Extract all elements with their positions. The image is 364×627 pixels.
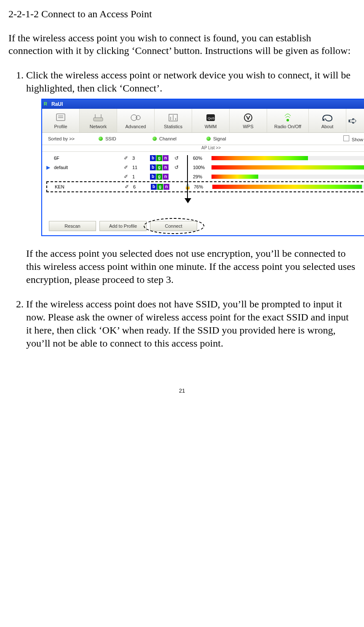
svg-point-16	[286, 119, 289, 121]
tab-about-label: About	[321, 124, 334, 129]
ap-row[interactable]: KEN✐6bgn🔒76%	[46, 181, 364, 192]
window-title: RaUI	[51, 101, 63, 108]
sort-by-ssid[interactable]: SSID	[99, 136, 153, 142]
ap-channel: 6	[133, 184, 151, 190]
action-bar: Rescan Add to Profile Connect	[42, 204, 364, 235]
step-1: Click the wireless access point or netwo…	[26, 69, 356, 286]
tab-wps-label: WPS	[243, 124, 253, 129]
ap-channel: 11	[132, 164, 150, 170]
sort-by-signal[interactable]: Signal	[206, 136, 260, 142]
show-dbm-checkbox[interactable]: Show dBm	[343, 135, 364, 143]
ap-signal-percent: 29%	[193, 174, 211, 180]
sort-ssid-label: SSID	[105, 136, 116, 142]
sort-signal-label: Signal	[213, 136, 226, 142]
signal-bar	[212, 185, 364, 189]
main-toolbar: Profile Network Advanced	[42, 109, 364, 133]
tab-profile-label: Profile	[54, 124, 67, 129]
mode-b-icon: b	[151, 184, 157, 190]
rescan-button[interactable]: Rescan	[49, 221, 96, 231]
step-2: If the wireless access point does not ha…	[26, 298, 356, 350]
mode-n-icon: n	[163, 164, 169, 170]
sorted-by-label: Sorted by >>	[48, 136, 99, 142]
svg-rect-1	[56, 114, 65, 121]
signal-bar	[211, 156, 364, 160]
mode-n-icon: n	[163, 184, 169, 190]
signal-bar	[211, 175, 364, 179]
rescan-label: Rescan	[64, 223, 80, 229]
svg-text:QoS: QoS	[208, 116, 214, 120]
channel-icon: ✐	[125, 184, 133, 190]
mode-n-icon: n	[163, 155, 169, 161]
sort-channel-label: Channel	[159, 136, 177, 142]
step-2-text: If the wireless access point does not ha…	[26, 299, 349, 348]
app-icon: R	[44, 101, 50, 108]
ap-modes: bgn	[151, 184, 175, 190]
tab-about[interactable]: About	[309, 109, 346, 132]
ap-row[interactable]: 6F✐3bgn↺60%	[46, 153, 364, 163]
tab-wps[interactable]: WPS	[230, 109, 267, 132]
connect-label: Connect	[165, 223, 182, 229]
svg-text:R: R	[44, 101, 47, 106]
wps-icon: ↺	[174, 155, 184, 161]
profile-icon	[55, 112, 67, 124]
lock-icon: 🔒	[185, 184, 194, 190]
page-number: 21	[8, 388, 356, 394]
svg-rect-4	[94, 118, 103, 121]
toolbar-more-button[interactable]: ➪	[346, 109, 359, 132]
ap-ssid: default	[54, 164, 124, 170]
checkbox-icon	[343, 135, 349, 141]
ap-channel: 3	[132, 155, 150, 161]
signal-bar-fill	[211, 156, 308, 160]
ap-ssid: 6F	[54, 155, 124, 161]
current-connection-icon: ▶	[46, 164, 54, 171]
tab-profile[interactable]: Profile	[42, 109, 80, 132]
radio-icon	[284, 112, 292, 124]
radio-dot-icon	[99, 137, 103, 141]
ap-signal-percent: 76%	[194, 184, 212, 190]
mode-g-icon: g	[157, 184, 163, 190]
raui-window: R RaUI ✕ Profile	[41, 99, 364, 236]
wps-icon	[242, 112, 254, 124]
section-title: 2-2-1-2 Connect to an Access Point	[8, 8, 356, 20]
mode-g-icon: g	[156, 174, 162, 180]
mode-b-icon: b	[150, 174, 156, 180]
tab-network[interactable]: Network	[80, 109, 117, 132]
radio-dot-icon	[206, 137, 211, 141]
mode-b-icon: b	[150, 155, 156, 161]
tab-advanced[interactable]: Advanced	[117, 109, 155, 132]
mode-g-icon: g	[156, 164, 162, 170]
signal-bar-fill	[212, 185, 362, 189]
mode-b-icon: b	[150, 164, 156, 170]
intro-paragraph: If the wireless access point you wish to…	[8, 32, 356, 57]
connect-button[interactable]: Connect	[150, 221, 197, 231]
tab-radio[interactable]: Radio On/Off	[267, 109, 309, 132]
add-to-profile-label: Add to Profile	[109, 223, 137, 229]
tab-statistics-label: Statistics	[164, 124, 182, 129]
ap-modes: bgn	[150, 155, 174, 161]
ap-signal-percent: 100%	[193, 164, 211, 170]
signal-bar-fill	[211, 165, 364, 170]
sort-row: Sorted by >> SSID Channel Signal Show dB…	[42, 133, 364, 145]
mode-g-icon: g	[156, 155, 162, 161]
tab-statistics[interactable]: Statistics	[155, 109, 192, 132]
mode-n-icon: n	[163, 174, 169, 180]
ap-ssid: KEN	[55, 184, 125, 190]
ap-modes: bgn	[150, 174, 174, 180]
wmm-icon: QoS	[205, 112, 217, 124]
network-icon	[91, 112, 105, 124]
ap-list-header: AP List >>	[42, 145, 364, 152]
tab-wmm-label: WMM	[205, 124, 217, 129]
sort-by-channel[interactable]: Channel	[153, 136, 206, 142]
tab-advanced-label: Advanced	[126, 124, 146, 129]
ap-modes: bgn	[150, 164, 174, 170]
ap-row[interactable]: ▶default✐11bgn↺100%	[46, 163, 364, 172]
radio-dot-icon	[153, 137, 157, 141]
tab-wmm[interactable]: QoS WMM	[192, 109, 230, 132]
show-dbm-label: Show dBm	[352, 137, 364, 142]
ap-row[interactable]: ✐1bgn29%	[46, 172, 364, 181]
channel-icon: ✐	[124, 164, 132, 171]
signal-bar	[211, 165, 364, 170]
add-to-profile-button[interactable]: Add to Profile	[99, 221, 147, 231]
arrow-right-icon: ➪	[348, 114, 357, 128]
channel-icon: ✐	[124, 174, 132, 180]
